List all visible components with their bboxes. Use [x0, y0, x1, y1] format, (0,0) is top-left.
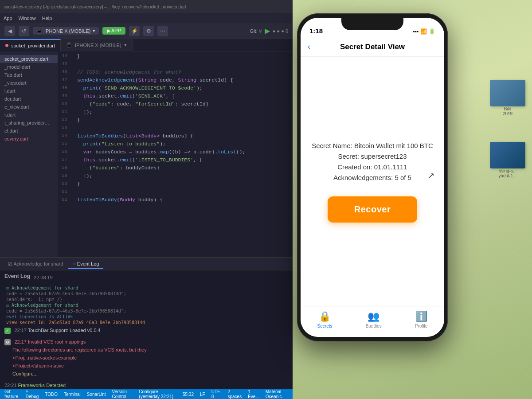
file-view[interactable]: _view.dart: [0, 79, 58, 87]
phone-navbar: ‹ Secret Detail View: [301, 37, 444, 57]
code-line-48: 48 print('SEND ACKNOWLEDGEMENT TO $code'…: [58, 85, 293, 93]
code-line-60: 60 }: [58, 181, 293, 189]
mini-log-shard-2: ☑ Acknowledgement for shard: [4, 303, 288, 308]
device-label: IPHONE X (MOBILE): [44, 28, 91, 34]
phone-secret-name: Secret Name: Bitcoin Wallet mit 100 BTC: [312, 141, 433, 151]
status-debug: ⑂ Debug: [26, 389, 39, 399]
event-log-header: Event Log: [4, 273, 30, 279]
phone-created-on: Created on: 01.01.1111: [312, 162, 433, 172]
tab-secrets-label: Secrets: [317, 324, 332, 329]
file-l[interactable]: l.dart: [0, 87, 58, 95]
file-el[interactable]: el.dart: [0, 127, 58, 135]
tab-profile[interactable]: ℹ️ Profile: [415, 311, 427, 329]
phone-ack: Acknowledgements: 5 of 5: [312, 172, 433, 183]
status-branch[interactable]: Git: feature: [4, 389, 20, 399]
secrets-icon: 🔒: [319, 311, 331, 322]
file-model[interactable]: _model.dart: [0, 63, 58, 71]
code-line-45: 45: [58, 61, 293, 69]
code-content: 44 } 45 46 // TODO: acknowledgement for …: [58, 51, 293, 207]
code-line-54: 54 listenToBuddies(List<Buddy> buddies) …: [58, 133, 293, 141]
yacht-label: rising-s...yacht-1...: [490, 168, 525, 178]
code-line-56: 56 var buddyCodes = buddies.map((b) => b…: [58, 149, 293, 157]
status-events[interactable]: 1 Eve...: [248, 389, 259, 399]
ide-toolbar: ◀ ↺ 📱 IPHONE X (MOBILE) ▾ ▶ APP ⚡ ⚙ ⋯ Gi…: [0, 23, 293, 39]
mini-log-code-1: code = 2a5d51ad-07a9-46a3-8e7e-2bb798588…: [4, 291, 288, 296]
settings-btn[interactable]: ⚙: [143, 26, 154, 36]
phone-small-icon: 📱: [66, 42, 72, 48]
desktop-thumb-bild: Bild2019: [490, 80, 525, 116]
ide-topbar: social-key-recovery [-/projects/social-k…: [0, 0, 293, 13]
run-button[interactable]: ▶ APP: [102, 27, 125, 35]
code-line-62: 62 listenToBuddy(Buddy buddy) {: [58, 197, 293, 205]
code-line-61: 61: [58, 189, 293, 197]
mini-log-view: view secret Id: 2a5d51ad-87a9-46a3-8e7e-…: [4, 320, 288, 325]
tab-label-socket: socket_provider.dart: [11, 43, 55, 48]
code-line-55: 55 print("Listen to buddies");: [58, 141, 293, 149]
phone-container: 1:18 ▪▪▪ 📶 🔋 ‹ Secret Detail View Secret: [293, 13, 452, 350]
code-line-44: 44 }: [58, 53, 293, 61]
tab-secrets[interactable]: 🔒 Secrets: [317, 311, 332, 329]
bild-label: Bild2019: [490, 106, 525, 116]
phone-nav-title: Secret Detail View: [340, 43, 405, 51]
ide-area: social-key-recovery [-/projects/social-k…: [0, 0, 293, 399]
phone-tabbar: 🔒 Secrets 👥 Buddies ℹ️ Profile: [301, 306, 444, 337]
ide-menu: App Window Help: [0, 13, 293, 23]
chevron-down-icon: ▾: [93, 28, 95, 34]
status-lf: LF: [200, 392, 205, 397]
chevron-device-icon: ▾: [124, 42, 127, 48]
tab-socket-provider[interactable]: socket_provider.dart: [0, 39, 61, 51]
file-covery[interactable]: covery.dart: [0, 135, 58, 143]
buddies-icon: 👥: [368, 311, 379, 322]
file-r[interactable]: r.dart: [0, 111, 58, 119]
log-vcs-configure[interactable]: Configure...: [12, 371, 38, 376]
profile-icon: ℹ️: [415, 311, 427, 322]
signal-icon: 📶: [420, 28, 427, 35]
ide-status-bar: Git: feature ⑂ Debug TODO Terminal Sonar…: [0, 389, 293, 399]
status-column: 55:32: [183, 392, 194, 397]
menu-window[interactable]: Window: [19, 16, 36, 21]
menu-app[interactable]: App: [4, 16, 12, 21]
toolbar-refresh-btn[interactable]: ↺: [19, 26, 29, 36]
file-eview[interactable]: e_view.dart: [0, 103, 58, 111]
file-sharing[interactable]: t_sharing_provider.dart: [0, 119, 58, 127]
log-entry-vcs: ⚙ 22:17 Invalid VCS root mappings The fo…: [4, 337, 288, 377]
status-spaces: 2 spaces: [227, 389, 242, 399]
tab-label-device: IPHONE X (MOBILE): [75, 43, 121, 48]
code-line-58: 58 {"buddies": buddyCodes}: [58, 165, 293, 173]
status-terminal[interactable]: Terminal: [64, 392, 81, 397]
phone-secret-value: Secret: supersecret123: [312, 151, 433, 162]
status-version[interactable]: Version Control: [112, 389, 133, 399]
mini-log-handlers: ceholders: -1; npm /}: [4, 297, 288, 302]
phone-info-block: Secret Name: Bitcoin Wallet mit 100 BTC …: [312, 141, 433, 183]
toolbar-device[interactable]: 📱 IPHONE X (MOBILE) ▾: [33, 27, 99, 35]
log-vcs-path1: <Proj...native-socket-example: [12, 355, 77, 360]
phone-time: 1:18: [309, 27, 323, 35]
file-tab[interactable]: Tab.dart: [0, 71, 58, 79]
more-btn[interactable]: ⋯: [157, 26, 168, 36]
file-der[interactable]: der.dart: [0, 95, 58, 103]
status-todo[interactable]: TODO: [45, 392, 58, 397]
tab-profile-label: Profile: [415, 324, 427, 329]
toolbar-back-btn[interactable]: ◀: [4, 26, 15, 36]
phone-back-button[interactable]: ‹: [308, 42, 310, 51]
recover-button[interactable]: Recover: [328, 196, 417, 223]
bild-thumbnail: [490, 80, 525, 106]
file-socket-provider[interactable]: socket_provider.dart: [0, 55, 58, 63]
status-sonar[interactable]: SonarLint: [87, 392, 106, 397]
ide-topbar-title: social-key-recovery [-/projects/social-k…: [4, 4, 186, 9]
git-label: Git: ⑂: [250, 28, 262, 34]
status-utf: UTF-8: [211, 389, 222, 399]
build-btn[interactable]: ⚡: [129, 26, 140, 36]
menu-help[interactable]: Help: [42, 16, 52, 21]
tab-buddies[interactable]: 👥 Buddies: [366, 311, 382, 329]
tab-device[interactable]: 📱 IPHONE X (MOBILE) ▾: [61, 39, 133, 51]
code-line-51: 51 ]);: [58, 109, 293, 117]
phone-status-icons: ▪▪▪ 📶 🔋: [413, 28, 435, 35]
code-line-46: 46 // TODO: acknowledgement for what?: [58, 69, 293, 77]
phone-outer: 1:18 ▪▪▪ 📶 🔋 ‹ Secret Detail View Secret: [297, 13, 448, 341]
tab-event-log[interactable]: ≡ Event Log: [68, 259, 103, 269]
code-line-53: 53: [58, 125, 293, 133]
run-icon[interactable]: ▶: [265, 27, 270, 35]
tab-acknowledge[interactable]: ☑ Acknowledge for shard: [4, 259, 67, 269]
phone-screen: 1:18 ▪▪▪ 📶 🔋 ‹ Secret Detail View Secret: [301, 18, 444, 337]
